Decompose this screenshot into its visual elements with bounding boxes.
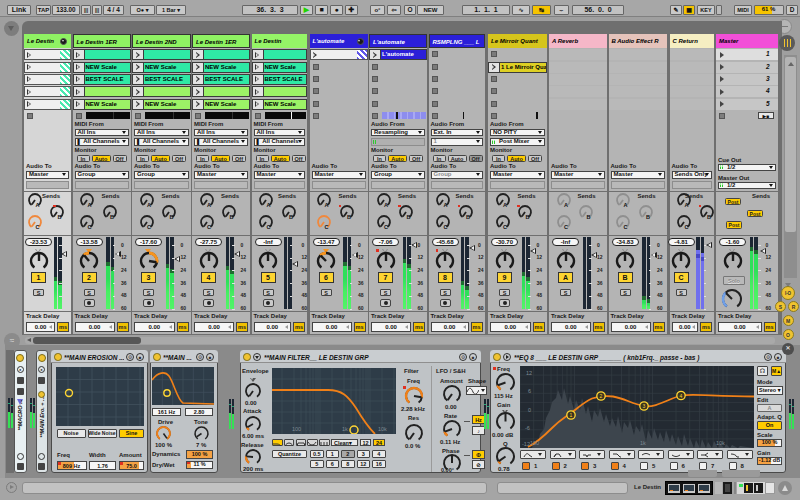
svg-text:4: 4 <box>680 393 683 399</box>
svg-text:1k: 1k <box>640 440 646 446</box>
svg-text:0: 0 <box>528 407 531 413</box>
svg-text:-12: -12 <box>522 441 530 447</box>
svg-text:10k: 10k <box>716 440 725 446</box>
svg-text:-6: -6 <box>525 425 530 431</box>
svg-text:1k: 1k <box>342 426 348 432</box>
svg-text:10k: 10k <box>378 426 387 432</box>
svg-text:100: 100 <box>292 426 301 432</box>
svg-text:100: 100 <box>530 440 539 446</box>
svg-text:12: 12 <box>526 370 532 376</box>
svg-text:2: 2 <box>600 393 603 399</box>
svg-text:3: 3 <box>643 403 646 409</box>
svg-text:1: 1 <box>570 412 573 418</box>
svg-text:6: 6 <box>528 388 531 394</box>
